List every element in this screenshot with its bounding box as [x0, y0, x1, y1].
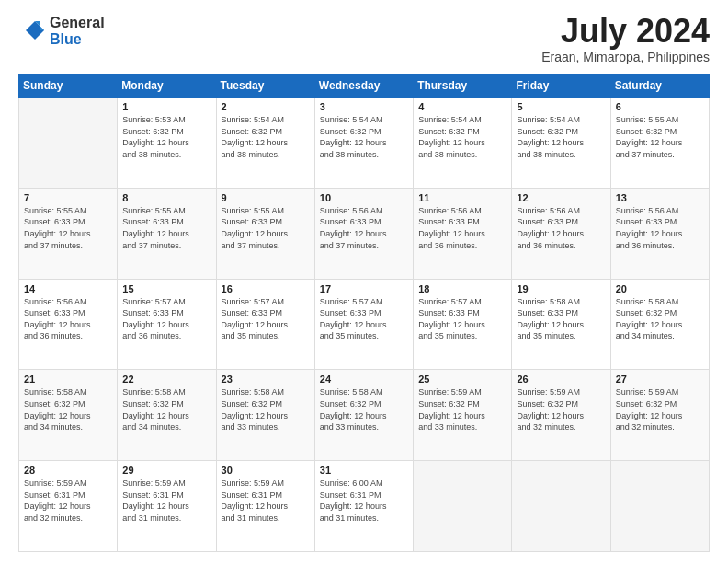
- logo-icon: [18, 17, 46, 45]
- day-number: 23: [222, 373, 310, 385]
- day-info: Sunrise: 5:55 AM Sunset: 6:33 PM Dayligh…: [122, 205, 210, 251]
- calendar-cell: 30Sunrise: 5:59 AM Sunset: 6:31 PM Dayli…: [216, 461, 314, 552]
- calendar-cell: 4Sunrise: 5:54 AM Sunset: 6:32 PM Daylig…: [414, 98, 512, 189]
- day-info: Sunrise: 5:53 AM Sunset: 6:32 PM Dayligh…: [122, 114, 210, 160]
- calendar-cell: 28Sunrise: 5:59 AM Sunset: 6:31 PM Dayli…: [19, 461, 118, 552]
- calendar-week-row: 1Sunrise: 5:53 AM Sunset: 6:32 PM Daylig…: [19, 98, 710, 189]
- day-number: 26: [517, 373, 605, 385]
- day-number: 2: [222, 101, 310, 112]
- day-number: 6: [616, 101, 704, 112]
- day-number: 13: [616, 192, 704, 203]
- calendar-cell: 29Sunrise: 5:59 AM Sunset: 6:31 PM Dayli…: [118, 461, 216, 552]
- day-info: Sunrise: 5:56 AM Sunset: 6:33 PM Dayligh…: [24, 296, 112, 342]
- calendar-cell: 13Sunrise: 5:56 AM Sunset: 6:33 PM Dayli…: [610, 188, 709, 279]
- calendar-cell: 5Sunrise: 5:54 AM Sunset: 6:32 PM Daylig…: [512, 98, 610, 189]
- calendar-cell: 26Sunrise: 5:59 AM Sunset: 6:32 PM Dayli…: [512, 370, 610, 461]
- calendar-header-wednesday: Wednesday: [314, 75, 413, 98]
- calendar-cell: 10Sunrise: 5:56 AM Sunset: 6:33 PM Dayli…: [314, 188, 413, 279]
- day-number: 3: [320, 101, 408, 112]
- day-number: 31: [320, 465, 408, 476]
- calendar-cell: 19Sunrise: 5:58 AM Sunset: 6:33 PM Dayli…: [512, 279, 610, 370]
- calendar-cell: 14Sunrise: 5:56 AM Sunset: 6:33 PM Dayli…: [19, 279, 118, 370]
- day-info: Sunrise: 5:54 AM Sunset: 6:32 PM Dayligh…: [222, 114, 310, 160]
- day-info: Sunrise: 5:58 AM Sunset: 6:32 PM Dayligh…: [122, 386, 210, 432]
- day-info: Sunrise: 5:58 AM Sunset: 6:33 PM Dayligh…: [517, 296, 605, 342]
- title-location: Eraan, Mimaropa, Philippines: [541, 50, 710, 64]
- day-info: Sunrise: 5:59 AM Sunset: 6:32 PM Dayligh…: [616, 386, 704, 432]
- calendar-week-row: 21Sunrise: 5:58 AM Sunset: 6:32 PM Dayli…: [19, 370, 710, 461]
- calendar-cell: 27Sunrise: 5:59 AM Sunset: 6:32 PM Dayli…: [610, 370, 709, 461]
- day-number: 21: [24, 373, 112, 385]
- calendar-cell: 23Sunrise: 5:58 AM Sunset: 6:32 PM Dayli…: [216, 370, 314, 461]
- day-number: 20: [616, 283, 704, 294]
- calendar-table: SundayMondayTuesdayWednesdayThursdayFrid…: [18, 74, 710, 552]
- day-number: 24: [320, 373, 408, 385]
- calendar-cell: 16Sunrise: 5:57 AM Sunset: 6:33 PM Dayli…: [216, 279, 314, 370]
- day-number: 29: [122, 465, 210, 476]
- logo-blue: Blue: [50, 31, 105, 48]
- day-info: Sunrise: 5:56 AM Sunset: 6:33 PM Dayligh…: [320, 205, 408, 251]
- calendar-header-sunday: Sunday: [19, 75, 118, 98]
- day-info: Sunrise: 5:56 AM Sunset: 6:33 PM Dayligh…: [517, 205, 605, 251]
- day-number: 22: [122, 373, 210, 385]
- day-info: Sunrise: 5:58 AM Sunset: 6:32 PM Dayligh…: [320, 386, 408, 432]
- day-number: 25: [418, 373, 506, 385]
- day-number: 1: [122, 101, 210, 112]
- calendar-week-row: 7Sunrise: 5:55 AM Sunset: 6:33 PM Daylig…: [19, 188, 710, 279]
- day-number: 14: [24, 283, 112, 294]
- logo: General Blue: [18, 15, 105, 47]
- day-info: Sunrise: 5:58 AM Sunset: 6:32 PM Dayligh…: [222, 386, 310, 432]
- calendar-header-saturday: Saturday: [610, 75, 709, 98]
- calendar-cell: [19, 98, 118, 189]
- calendar-header-monday: Monday: [118, 75, 216, 98]
- day-info: Sunrise: 5:59 AM Sunset: 6:31 PM Dayligh…: [122, 477, 210, 523]
- day-number: 8: [122, 192, 210, 203]
- day-info: Sunrise: 5:59 AM Sunset: 6:32 PM Dayligh…: [418, 386, 506, 432]
- day-number: 27: [616, 373, 704, 385]
- day-info: Sunrise: 5:56 AM Sunset: 6:33 PM Dayligh…: [418, 205, 506, 251]
- day-number: 5: [517, 101, 605, 112]
- day-info: Sunrise: 5:55 AM Sunset: 6:32 PM Dayligh…: [616, 114, 704, 160]
- day-number: 10: [320, 192, 408, 203]
- day-info: Sunrise: 5:59 AM Sunset: 6:31 PM Dayligh…: [222, 477, 310, 523]
- day-info: Sunrise: 5:57 AM Sunset: 6:33 PM Dayligh…: [222, 296, 310, 342]
- calendar-cell: 12Sunrise: 5:56 AM Sunset: 6:33 PM Dayli…: [512, 188, 610, 279]
- calendar-cell: 15Sunrise: 5:57 AM Sunset: 6:33 PM Dayli…: [118, 279, 216, 370]
- calendar-cell: 8Sunrise: 5:55 AM Sunset: 6:33 PM Daylig…: [118, 188, 216, 279]
- calendar-cell: 18Sunrise: 5:57 AM Sunset: 6:33 PM Dayli…: [414, 279, 512, 370]
- day-number: 18: [418, 283, 506, 294]
- day-number: 17: [320, 283, 408, 294]
- day-number: 12: [517, 192, 605, 203]
- calendar-week-row: 28Sunrise: 5:59 AM Sunset: 6:31 PM Dayli…: [19, 461, 710, 552]
- day-info: Sunrise: 5:55 AM Sunset: 6:33 PM Dayligh…: [222, 205, 310, 251]
- day-number: 30: [222, 465, 310, 476]
- day-number: 16: [222, 283, 310, 294]
- calendar-cell: 31Sunrise: 6:00 AM Sunset: 6:31 PM Dayli…: [314, 461, 413, 552]
- calendar-cell: 3Sunrise: 5:54 AM Sunset: 6:32 PM Daylig…: [314, 98, 413, 189]
- calendar-cell: 2Sunrise: 5:54 AM Sunset: 6:32 PM Daylig…: [216, 98, 314, 189]
- day-info: Sunrise: 5:58 AM Sunset: 6:32 PM Dayligh…: [24, 386, 112, 432]
- calendar-header-friday: Friday: [512, 75, 610, 98]
- day-info: Sunrise: 5:59 AM Sunset: 6:31 PM Dayligh…: [24, 477, 112, 523]
- calendar-cell: 20Sunrise: 5:58 AM Sunset: 6:32 PM Dayli…: [610, 279, 709, 370]
- day-number: 9: [222, 192, 310, 203]
- calendar-cell: 6Sunrise: 5:55 AM Sunset: 6:32 PM Daylig…: [610, 98, 709, 189]
- title-block: July 2024 Eraan, Mimaropa, Philippines: [541, 15, 710, 64]
- day-number: 19: [517, 283, 605, 294]
- day-number: 11: [418, 192, 506, 203]
- day-info: Sunrise: 5:54 AM Sunset: 6:32 PM Dayligh…: [320, 114, 408, 160]
- calendar-header-tuesday: Tuesday: [216, 75, 314, 98]
- day-info: Sunrise: 5:55 AM Sunset: 6:33 PM Dayligh…: [24, 205, 112, 251]
- calendar-cell: 7Sunrise: 5:55 AM Sunset: 6:33 PM Daylig…: [19, 188, 118, 279]
- calendar-cell: 17Sunrise: 5:57 AM Sunset: 6:33 PM Dayli…: [314, 279, 413, 370]
- calendar-week-row: 14Sunrise: 5:56 AM Sunset: 6:33 PM Dayli…: [19, 279, 710, 370]
- day-info: Sunrise: 5:57 AM Sunset: 6:33 PM Dayligh…: [320, 296, 408, 342]
- day-info: Sunrise: 5:57 AM Sunset: 6:33 PM Dayligh…: [418, 296, 506, 342]
- calendar-cell: [414, 461, 512, 552]
- day-info: Sunrise: 5:58 AM Sunset: 6:32 PM Dayligh…: [616, 296, 704, 342]
- logo-text: General Blue: [50, 15, 105, 47]
- header: General Blue July 2024 Eraan, Mimaropa, …: [18, 15, 710, 64]
- calendar-cell: 22Sunrise: 5:58 AM Sunset: 6:32 PM Dayli…: [118, 370, 216, 461]
- day-info: Sunrise: 6:00 AM Sunset: 6:31 PM Dayligh…: [320, 477, 408, 523]
- calendar-cell: 11Sunrise: 5:56 AM Sunset: 6:33 PM Dayli…: [414, 188, 512, 279]
